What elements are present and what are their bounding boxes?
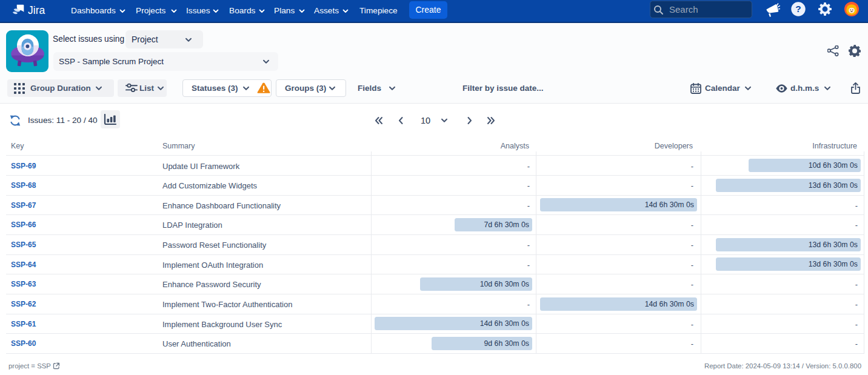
svg-text:?: ? bbox=[795, 4, 801, 14]
